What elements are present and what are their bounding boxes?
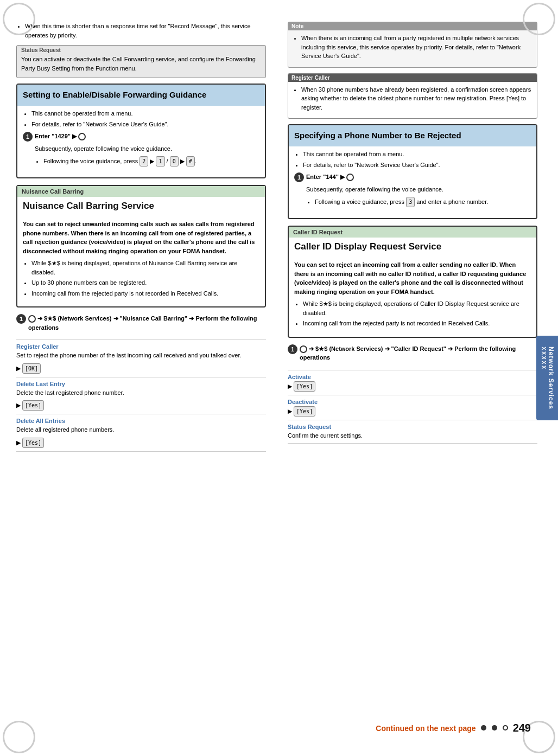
footer-dot-filled-2 — [491, 725, 498, 732]
spec-step-content: Enter "144" ▶ Subsequently, operate foll… — [306, 172, 531, 210]
specifying-phone-title: Specifying a Phone Number to Be Rejected — [289, 125, 536, 146]
top-bullet-1: When this time is shorter than a respons… — [25, 22, 266, 40]
setting-enable-disable-box: Setting to Enable/Disable Forwarding Gui… — [16, 84, 266, 178]
register-caller-desc: Set to reject the phone number of the la… — [16, 351, 266, 360]
activate-label: Activate — [288, 374, 537, 380]
setting-step-1-content: Enter "1429" ▶ Subsequently, operate fol… — [35, 132, 259, 170]
register-caller-section: Register Caller Set to reject the phone … — [16, 343, 266, 374]
spec-subsequently: Subsequently, operate following the voic… — [306, 185, 531, 194]
specifying-phone-body: This cannot be operated from a menu. For… — [289, 146, 536, 218]
left-column: When this time is shorter than a respons… — [16, 22, 277, 734]
spec-step-num: 1 — [294, 172, 304, 182]
deactivate-action: ▶ [Yes] — [288, 406, 537, 417]
divider-4 — [16, 451, 266, 452]
spec-voice-note: Following a voice guidance, press 3 and … — [315, 197, 531, 207]
caller-id-bullet-1: While $★$ is being displayed, operations… — [303, 299, 531, 317]
deactivate-btn: [Yes] — [294, 406, 315, 417]
setting-bullet-2: For details, refer to "Network Service U… — [31, 120, 259, 129]
subsequently-voice: Subsequently, operate following the voic… — [35, 144, 259, 153]
delete-all-btn: [Yes] — [22, 438, 44, 448]
right-column: Note When there is an incoming call from… — [277, 22, 537, 734]
delete-last-btn: [Yes] — [22, 400, 44, 411]
enter-1429: Enter "1429" ▶ — [35, 133, 86, 139]
delete-last-desc: Delete the last registered phone number. — [16, 388, 266, 398]
nuisance-call-barring-label: Nuisance Call Barring — [17, 186, 265, 197]
caller-id-box: Caller ID Request Caller ID Display Requ… — [288, 226, 537, 338]
continued-text: Continued on the next page — [376, 724, 475, 733]
divider-1 — [16, 339, 266, 340]
footer-dot-hollow — [502, 725, 509, 732]
footer-dot-filled-1 — [480, 725, 487, 732]
status-request-label: Status Request — [21, 47, 261, 53]
setting-enable-disable-body: This cannot be operated from a menu. For… — [17, 106, 265, 177]
activate-btn: [Yes] — [294, 381, 315, 392]
nuisance-step-content: ➔ $★$ (Network Services) ➔ "Nuisance Cal… — [28, 314, 266, 335]
register-caller-label: Register Caller — [16, 343, 266, 350]
caller-id-bullet-2: Incoming call from the rejected party is… — [303, 319, 531, 328]
nuisance-call-barring-title: Nuisance Call Barring Service — [17, 197, 265, 216]
nuisance-step-num: 1 — [16, 314, 26, 324]
nuisance-bullet-2: Up to 30 phone numbers can be registered… — [31, 278, 259, 287]
status-request-right-desc: Confirm the current settings. — [288, 431, 537, 440]
page: When this time is shorter than a respons… — [0, 0, 558, 756]
deactivate-label: Deactivate — [288, 399, 537, 405]
note-box: Note When there is an incoming call from… — [288, 22, 537, 68]
register-caller-note-label: Register Caller — [288, 74, 537, 82]
status-request-right-section: Status Request Confirm the current setti… — [288, 424, 537, 440]
caller-id-step-num: 1 — [288, 344, 297, 354]
delete-last-action: ▶ [Yes] — [16, 400, 266, 411]
caller-id-body: You can set to reject an incoming call f… — [289, 257, 536, 337]
nuisance-call-barring-box: Nuisance Call Barring Nuisance Call Barr… — [16, 185, 266, 307]
caller-id-step-text: ➔ $★$ (Network Services) ➔ "Caller ID Re… — [300, 345, 516, 361]
activate-section: Activate ▶ [Yes] — [288, 374, 537, 392]
nuisance-step-text: ➔ $★$ (Network Services) ➔ "Nuisance Cal… — [28, 315, 257, 331]
divider-r3 — [288, 420, 537, 420]
delete-all-action: ▶ [Yes] — [16, 438, 266, 448]
register-caller-action: ▶ [OK] — [16, 363, 266, 374]
divider-r2 — [288, 395, 537, 395]
caller-id-title: Caller ID Display Request Service — [289, 238, 536, 257]
register-caller-note-bullet: When 30 phone numbers have already been … — [301, 85, 532, 112]
voice-guidance-note: Following the voice guidance, press 2 ▶ … — [43, 156, 259, 166]
nuisance-body-text: You can set to reject unwanted incoming … — [23, 220, 259, 255]
delete-last-label: Delete Last Entry — [16, 381, 266, 387]
footer: Continued on the next page 249 — [16, 722, 531, 734]
divider-2 — [16, 377, 266, 377]
delete-all-label: Delete All Entries — [16, 418, 266, 424]
side-tab-text: Network Services — [547, 347, 555, 409]
step-number-1: 1 — [23, 132, 33, 142]
svg-point-2 — [503, 726, 508, 730]
corner-decoration-tl — [3, 3, 35, 35]
setting-bullet-1: This cannot be operated from a menu. — [31, 109, 259, 118]
page-number: 249 — [513, 722, 531, 734]
status-request-text: You can activate or deactivate the Call … — [21, 55, 261, 73]
setting-step-1-row: 1 Enter "1429" ▶ Subsequently, operate f… — [23, 132, 259, 170]
setting-enable-disable-title: Setting to Enable/Disable Forwarding Gui… — [17, 85, 265, 106]
enter-144: Enter "144" ▶ — [306, 174, 354, 180]
register-caller-note-box: Register Caller When 30 phone numbers ha… — [288, 73, 537, 119]
deactivate-section: Deactivate ▶ [Yes] — [288, 399, 537, 417]
nuisance-bullet-3: Incoming call from the rejected party is… — [31, 289, 259, 298]
spec-step-1-row: 1 Enter "144" ▶ Subsequently, operate fo… — [294, 172, 531, 210]
register-caller-note-body: When 30 phone numbers have already been … — [288, 82, 537, 119]
divider-3 — [16, 414, 266, 414]
svg-point-0 — [481, 725, 486, 731]
side-tab: Network Services XXXXX — [536, 336, 558, 420]
register-caller-btn: [OK] — [22, 363, 41, 374]
delete-all-desc: Delete all registered phone numbers. — [16, 425, 266, 434]
status-request-box: Status Request You can activate or deact… — [16, 45, 266, 78]
caller-id-step-content: ➔ $★$ (Network Services) ➔ "Caller ID Re… — [300, 344, 537, 366]
specifying-phone-box: Specifying a Phone Number to Be Rejected… — [288, 124, 537, 219]
divider-r1 — [288, 370, 537, 370]
spec-bullet-1: This cannot be operated from a menu. — [303, 150, 531, 159]
caller-id-body-text: You can set to reject an incoming call f… — [294, 260, 531, 296]
corner-decoration-tr — [523, 3, 555, 35]
note-body: When there is an incoming call from a pa… — [288, 30, 537, 67]
divider-r4 — [288, 443, 537, 444]
status-request-right-label: Status Request — [288, 424, 537, 430]
nuisance-call-barring-body: You can set to reject unwanted incoming … — [17, 216, 265, 306]
nuisance-bullet-1: While $★$ is being displayed, operations… — [31, 259, 259, 277]
caller-id-label: Caller ID Request — [289, 227, 536, 238]
delete-last-section: Delete Last Entry Delete the last regist… — [16, 381, 266, 411]
caller-id-step-row: 1 ➔ $★$ (Network Services) ➔ "Caller ID … — [288, 344, 537, 366]
